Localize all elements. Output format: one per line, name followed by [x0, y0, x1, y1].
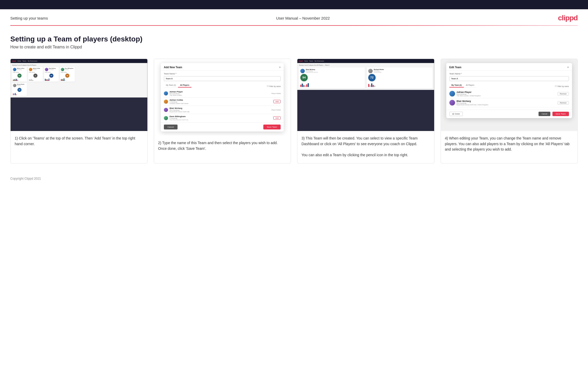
- player-info-4: Dave Billingham 5 Handicap The Ding Mayi…: [170, 115, 272, 120]
- ss1-logo: clippd: [12, 60, 16, 62]
- close-icon[interactable]: ×: [279, 66, 281, 69]
- player-row-4: Dave Billingham 5 Handicap The Ding Mayi…: [164, 114, 281, 120]
- edit-player-info-1: Adrian Player Plus Handicap The Shire Lo…: [457, 91, 556, 97]
- add-player-btn-4[interactable]: Add: [273, 116, 281, 120]
- edit-team-name-input[interactable]: [449, 76, 569, 81]
- edit-player-info-2: Blair McHarg Plus Handicap Royal North D…: [457, 100, 556, 106]
- card-4: Edit Team × Team Name * My Team (2) All …: [441, 59, 578, 163]
- ss1-avatar-2: [29, 68, 32, 71]
- edit-filter-by-name: ☐ Filter by name: [555, 85, 569, 87]
- player-badge-1: Player Added: [272, 93, 281, 94]
- tab-all-players[interactable]: All Players: [178, 83, 191, 88]
- ss1-avatar-1: [13, 68, 16, 71]
- screenshot-3: clippd Home Teams My Performance Viewing…: [297, 59, 434, 131]
- header-section-label: Setting up your teams: [10, 16, 48, 20]
- footer: Copyright Clippd 2021: [0, 173, 588, 187]
- main-content: Setting up a Team of players (desktop) H…: [0, 26, 588, 163]
- edit-team-modal: Edit Team × Team Name * My Team (2) All …: [446, 63, 572, 118]
- copyright-text: Copyright Clippd 2021: [10, 177, 41, 180]
- modal-title: Add New Team: [164, 66, 182, 69]
- card-2: Add New Team × Team Name * My Team (2) A…: [154, 59, 291, 163]
- edit-modal-tabs-row: My Team (2) All Players ☐ Filter by name: [449, 83, 569, 89]
- edit-team-name-label: Team Name *: [449, 73, 569, 75]
- delete-team-button[interactable]: 🗑 Delete: [449, 112, 463, 116]
- edit-tab-my-team[interactable]: My Team (2): [449, 83, 464, 88]
- edit-modal-footer: 🗑 Delete Cancel Save Team: [446, 109, 572, 118]
- clippd-logo: clippd: [558, 14, 578, 22]
- player-avatar-2: [164, 100, 168, 104]
- ss1-avatar-3: [45, 68, 48, 71]
- add-new-team-modal: Add New Team × Team Name * My Team (2) A…: [161, 63, 284, 132]
- player-row-1: Adrian Player Plus Handicap The Shire Lo…: [164, 89, 281, 98]
- card-1: clippd Home Teams My Performance Viewing…: [10, 59, 148, 163]
- modal-body: Team Name * My Team (2) All Players ☐ Fi…: [161, 71, 284, 122]
- cancel-button[interactable]: Cancel: [164, 125, 178, 129]
- modal-tabs: My Team (2) All Players: [164, 83, 191, 88]
- card-1-text: 1) Click on 'Teams' at the top of the sc…: [11, 131, 147, 163]
- save-team-button-edit[interactable]: Save Team: [552, 112, 569, 116]
- cards-row: clippd Home Teams My Performance Viewing…: [10, 59, 578, 163]
- player-avatar-4: [164, 116, 168, 120]
- edit-modal-title: Edit Team: [449, 66, 461, 69]
- edit-modal-body: Team Name * My Team (2) All Players ☐ Fi…: [446, 71, 572, 109]
- screenshot-1: clippd Home Teams My Performance Viewing…: [11, 59, 147, 131]
- player-info-3: Blair McHarg Plus Handicap Royal North D…: [170, 107, 270, 112]
- edit-close-icon[interactable]: ×: [567, 66, 569, 69]
- modal-header: Add New Team ×: [161, 63, 284, 71]
- ss3-logo: clippd: [298, 60, 303, 62]
- edit-tab-all-players[interactable]: All Players: [464, 83, 476, 88]
- card-3-text: 3) This Team will then be created. You c…: [297, 131, 434, 163]
- edit-player-row-2: Blair McHarg Plus Handicap Royal North D…: [449, 98, 569, 107]
- save-team-button[interactable]: Save Team: [263, 125, 281, 129]
- ss1-avatar-4: [61, 68, 64, 71]
- edit-player-avatar-2: [449, 100, 455, 106]
- team-name-label: Team Name *: [164, 73, 281, 75]
- add-player-btn-2[interactable]: Add: [273, 100, 281, 103]
- player-list: Adrian Player Plus Handicap The Shire Lo…: [164, 89, 281, 120]
- edit-modal-tabs: My Team (2) All Players: [449, 83, 476, 88]
- card-3: clippd Home Teams My Performance Viewing…: [297, 59, 434, 163]
- card-4-text: 4) When editing your Team, you can chang…: [441, 131, 578, 163]
- screenshot-4: Edit Team × Team Name * My Team (2) All …: [441, 59, 578, 131]
- card-2-text: 2) Type the name of this Team and then s…: [154, 136, 291, 163]
- modal-footer: Cancel Save Team: [161, 122, 284, 132]
- page-subtitle: How to create and edit Teams in Clippd: [10, 45, 578, 49]
- edit-player-avatar-1: [449, 91, 455, 97]
- screenshot-2: Add New Team × Team Name * My Team (2) A…: [154, 59, 291, 136]
- header-manual-title: User Manual – November 2022: [276, 16, 330, 20]
- player-avatar-1: [164, 91, 168, 95]
- trash-icon: 🗑: [452, 113, 454, 115]
- edit-player-row-1: Adrian Player Plus Handicap The Shire Lo…: [449, 89, 569, 98]
- header: Setting up your teams User Manual – Nove…: [0, 9, 588, 25]
- filter-by-name: ☐ Filter by name: [267, 85, 281, 87]
- top-bar: [0, 0, 588, 9]
- edit-modal-header: Edit Team ×: [446, 63, 572, 71]
- player-badge-3: Player Added: [272, 109, 281, 111]
- remove-player-btn-2[interactable]: Remove: [558, 101, 569, 104]
- player-row-3: Blair McHarg Plus Handicap Royal North D…: [164, 106, 281, 114]
- player-info-2: Adrian Coliba 1 Handicap Central London …: [170, 99, 272, 104]
- edit-cancel-button[interactable]: Cancel: [539, 112, 550, 116]
- player-avatar-3: [164, 108, 168, 112]
- player-row-2: Adrian Coliba 1 Handicap Central London …: [164, 98, 281, 106]
- player-info-1: Adrian Player Plus Handicap The Shire Lo…: [170, 91, 270, 96]
- tab-my-team[interactable]: My Team (2): [164, 83, 178, 88]
- team-name-input[interactable]: [164, 76, 281, 81]
- remove-player-btn-1[interactable]: Remove: [558, 92, 569, 95]
- modal-tabs-row: My Team (2) All Players ☐ Filter by name: [164, 83, 281, 89]
- page-title: Setting up a Team of players (desktop): [10, 35, 578, 43]
